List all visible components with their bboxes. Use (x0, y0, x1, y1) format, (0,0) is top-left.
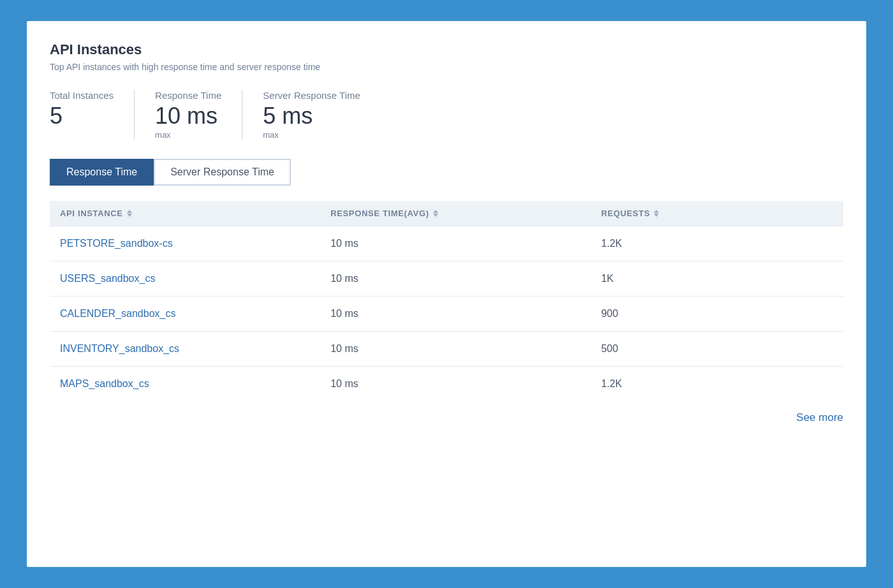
metrics-row: Total Instances 5 Response Time 10 ms ma… (50, 90, 843, 140)
tab-response-time[interactable]: Response Time (50, 159, 154, 186)
response-time-inventory: 10 ms (330, 343, 601, 355)
card-subtitle: Top API instances with high response tim… (50, 62, 843, 72)
header-requests: REQUESTS (601, 209, 833, 218)
tabs-row: Response Time Server Response Time (50, 159, 843, 186)
table-row: PETSTORE_sandbox-cs 10 ms 1.2K (50, 226, 843, 261)
api-link-maps[interactable]: MAPS_sandbox_cs (60, 378, 330, 390)
api-link-users[interactable]: USERS_sandbox_cs (60, 273, 330, 284)
requests-petstore: 1.2K (601, 238, 833, 249)
response-time-maps: 10 ms (330, 378, 601, 390)
table-row: USERS_sandbox_cs 10 ms 1K (50, 261, 843, 297)
header-api-instance: API INSTANCE (60, 209, 330, 218)
api-link-calender[interactable]: CALENDER_sandbox_cs (60, 308, 330, 320)
api-link-inventory[interactable]: INVENTORY_sandbox_cs (60, 343, 330, 355)
sort-icon-api-instance[interactable] (127, 210, 132, 217)
table-row: MAPS_sandbox_cs 10 ms 1.2K (50, 367, 843, 401)
response-time-petstore: 10 ms (330, 238, 601, 249)
sort-icon-requests[interactable] (654, 210, 659, 217)
requests-inventory: 500 (601, 343, 833, 355)
requests-calender: 900 (601, 308, 833, 320)
requests-users: 1K (601, 273, 833, 284)
header-response-time: RESPONSE TIME(AVG) (330, 209, 601, 218)
table-row: INVENTORY_sandbox_cs 10 ms 500 (50, 332, 843, 367)
requests-maps: 1.2K (601, 378, 833, 390)
see-more-container: See more (50, 401, 843, 427)
metric-response-time: Response Time 10 ms max (155, 90, 242, 140)
tab-server-response-time[interactable]: Server Response Time (154, 159, 291, 186)
api-instances-card: API Instances Top API instances with hig… (26, 20, 867, 568)
api-link-petstore[interactable]: PETSTORE_sandbox-cs (60, 238, 330, 249)
table-row: CALENDER_sandbox_cs 10 ms 900 (50, 297, 843, 332)
metric-server-response-time: Server Response Time 5 ms max (263, 90, 381, 140)
response-time-users: 10 ms (330, 273, 601, 284)
see-more-link[interactable]: See more (796, 411, 843, 423)
table-header: API INSTANCE RESPONSE TIME(AVG) REQUESTS (50, 201, 843, 226)
response-time-calender: 10 ms (330, 308, 601, 320)
metric-total-instances: Total Instances 5 (50, 90, 135, 140)
api-instances-table: API INSTANCE RESPONSE TIME(AVG) REQUESTS… (50, 201, 843, 401)
card-title: API Instances (50, 41, 843, 58)
sort-icon-response-time[interactable] (433, 210, 438, 217)
